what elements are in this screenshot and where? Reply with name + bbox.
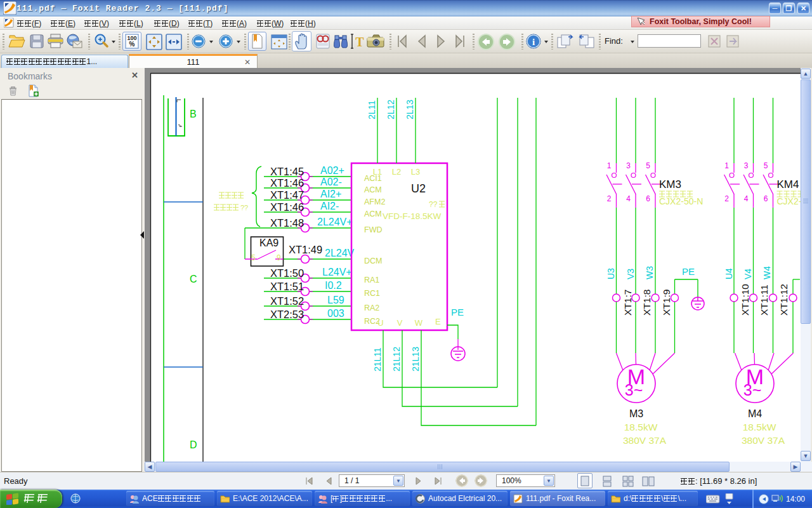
svg-text:V3: V3 [625, 269, 636, 279]
svg-text:L2: L2 [392, 167, 401, 177]
svg-text:5: 5 [646, 161, 650, 170]
svg-text:KM4: KM4 [777, 178, 799, 190]
svg-text:W3: W3 [645, 266, 655, 279]
svg-text:AFM2: AFM2 [364, 197, 385, 206]
svg-text:W4: W4 [762, 266, 772, 279]
svg-text:??: ?? [240, 204, 248, 211]
svg-text:KA9: KA9 [259, 237, 278, 248]
svg-text:003: 003 [327, 308, 344, 319]
svg-text:ACM: ACM [364, 185, 382, 194]
svg-text:18.5kW: 18.5kW [624, 422, 658, 432]
svg-text:RA2: RA2 [364, 304, 379, 312]
svg-text:%: % [129, 41, 135, 48]
svg-text:L3: L3 [411, 167, 420, 177]
svg-text:PE: PE [451, 307, 464, 318]
svg-text:C: C [190, 274, 197, 284]
svg-text:2L11: 2L11 [367, 100, 377, 119]
svg-text:T: T [355, 35, 364, 49]
svg-text:2L12: 2L12 [386, 100, 396, 119]
svg-text:XT1:47: XT1:47 [270, 189, 304, 201]
svg-text:V4: V4 [743, 269, 753, 279]
svg-text:U2: U2 [411, 182, 426, 195]
svg-text:XT1:46: XT1:46 [270, 177, 304, 189]
svg-text:M4: M4 [748, 408, 762, 419]
svg-text:XT1:48: XT1:48 [270, 217, 304, 229]
svg-text:XT1:51: XT1:51 [270, 281, 304, 292]
svg-text:5: 5 [251, 253, 256, 262]
svg-text:A02-: A02- [320, 177, 342, 187]
svg-text:3: 3 [626, 161, 631, 170]
svg-text:XT1:12: XT1:12 [778, 284, 789, 316]
svg-text:U: U [377, 318, 383, 328]
svg-text:ACM: ACM [364, 210, 382, 218]
svg-text:2L13: 2L13 [405, 100, 415, 119]
svg-text:i: i [532, 37, 535, 47]
svg-text:XT1:49: XT1:49 [289, 244, 322, 255]
svg-text:W: W [415, 318, 423, 328]
svg-text:VFD-F-18.5KW: VFD-F-18.5KW [383, 211, 442, 221]
svg-text:V: V [397, 318, 403, 328]
svg-text:3~: 3~ [743, 381, 762, 399]
svg-text:XT1:50: XT1:50 [270, 267, 304, 279]
svg-text:2: 2 [607, 194, 612, 203]
svg-text:D: D [190, 439, 197, 450]
svg-text:4: 4 [744, 194, 749, 203]
svg-text:XT1:8: XT1:8 [641, 290, 652, 316]
svg-text:L59: L59 [327, 295, 344, 305]
svg-text:KM3: KM3 [659, 178, 681, 190]
svg-text:E: E [435, 317, 441, 326]
svg-text:DCM: DCM [364, 257, 382, 265]
svg-text:RA1: RA1 [364, 276, 379, 284]
svg-text:5: 5 [764, 161, 768, 170]
svg-text:XT1:45: XT1:45 [270, 166, 304, 177]
svg-text:I0.2: I0.2 [325, 280, 342, 291]
svg-text:CJX2-: CJX2- [777, 196, 801, 206]
svg-text:21L11: 21L11 [372, 347, 383, 371]
svg-text:380V 37A: 380V 37A [742, 435, 785, 446]
svg-text:??: ?? [429, 200, 438, 209]
svg-text:AI2+: AI2+ [320, 189, 341, 199]
svg-text:M3: M3 [629, 408, 643, 419]
svg-text:21L13: 21L13 [410, 347, 421, 371]
svg-text:21L12: 21L12 [391, 347, 402, 371]
svg-text:AI2-: AI2- [320, 201, 339, 211]
svg-text:2L24V+: 2L24V+ [317, 217, 353, 227]
svg-text:6: 6 [646, 194, 650, 203]
svg-text:XT1:10: XT1:10 [740, 284, 750, 316]
svg-text:CJX2-50-N: CJX2-50-N [659, 196, 703, 206]
svg-text:1: 1 [724, 161, 729, 170]
svg-text:RC1: RC1 [364, 289, 380, 298]
svg-text:6: 6 [764, 194, 768, 203]
svg-text:XT1:46: XT1:46 [270, 201, 304, 213]
svg-text:XT1:7: XT1:7 [622, 290, 633, 316]
svg-text:1: 1 [607, 161, 612, 170]
svg-text:U3: U3 [606, 268, 616, 279]
svg-text:B: B [190, 109, 197, 119]
svg-text:3~: 3~ [625, 381, 643, 399]
svg-text:A02+: A02+ [320, 165, 344, 176]
svg-text:L24V+: L24V+ [322, 267, 352, 277]
svg-text:ACI1: ACI1 [364, 174, 382, 183]
svg-text:FWD: FWD [364, 225, 382, 234]
svg-text:4: 4 [626, 194, 631, 203]
svg-text:380V 37A: 380V 37A [623, 435, 667, 446]
svg-text:PE: PE [682, 266, 695, 277]
svg-text:XT1:11: XT1:11 [759, 284, 769, 316]
svg-text:XT1:52: XT1:52 [270, 295, 304, 307]
svg-text:2: 2 [724, 194, 729, 203]
svg-text:XT2:53: XT2:53 [270, 309, 304, 320]
svg-text:3: 3 [744, 161, 749, 170]
svg-text:9: 9 [277, 253, 281, 262]
svg-text:XT1:9: XT1:9 [661, 290, 672, 316]
svg-text:U4: U4 [724, 268, 734, 279]
svg-text:18.5kW: 18.5kW [743, 422, 776, 432]
svg-text:2L24V: 2L24V [325, 248, 355, 258]
